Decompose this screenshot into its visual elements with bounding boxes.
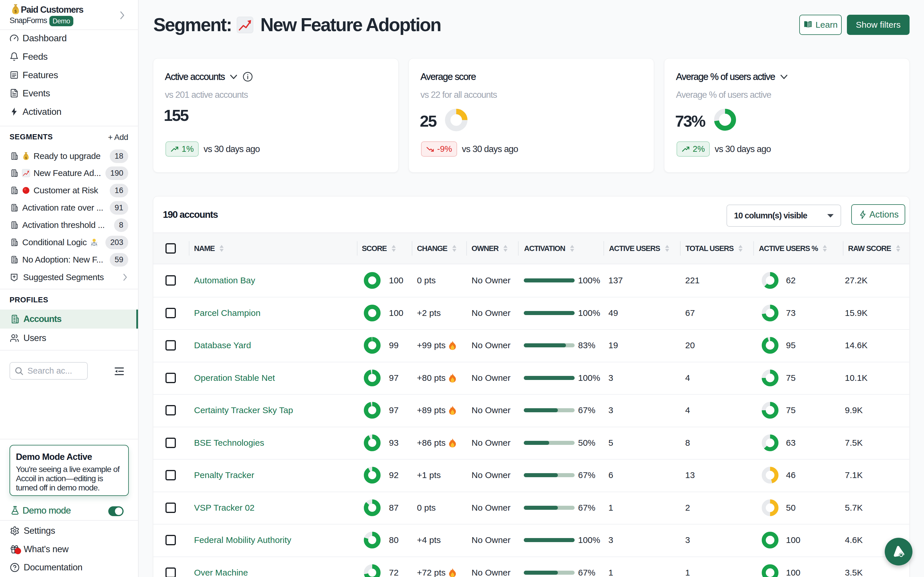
svg-text:$: $ (25, 156, 27, 160)
svg-text:$: $ (15, 9, 17, 14)
